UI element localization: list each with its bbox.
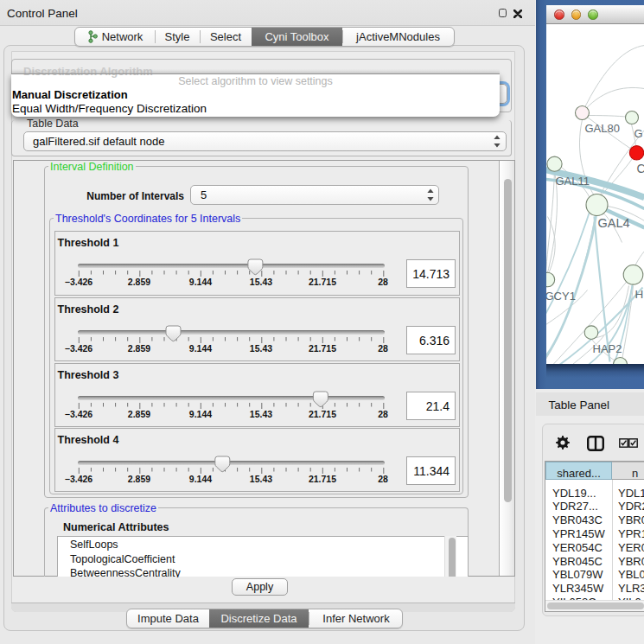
svg-text:GAL11: GAL11 (555, 174, 590, 187)
svg-text:G: G (634, 126, 642, 139)
svg-text:GAL4: GAL4 (597, 215, 629, 229)
svg-text:C: C (636, 161, 644, 175)
svg-text:GCY1: GCY1 (546, 289, 576, 302)
svg-text:H: H (634, 287, 643, 300)
svg-text:GAL80: GAL80 (584, 121, 619, 134)
svg-text:HAP2: HAP2 (592, 341, 622, 354)
